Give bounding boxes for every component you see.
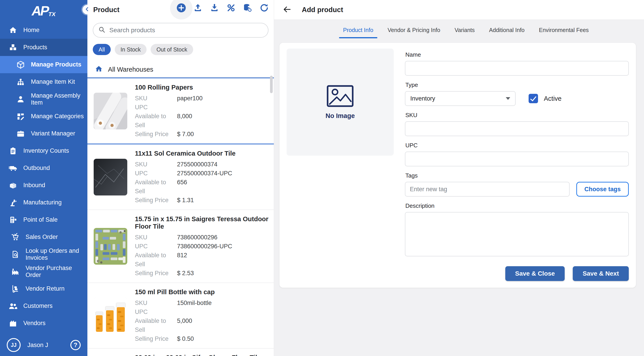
sidebar-item-label: Point of Sale <box>23 216 61 223</box>
cart-check-icon <box>11 233 20 241</box>
tag-input[interactable] <box>405 182 570 197</box>
sidebar-item-manage-products[interactable]: Manage Products <box>0 56 88 73</box>
sku-value: 738600000296 <box>177 233 217 242</box>
sync-database-button[interactable] <box>243 3 252 13</box>
sidebar-item-manufacturing[interactable]: Manufacturing <box>0 194 88 211</box>
product-card[interactable]: 100 Rolling Papers SKUpaper100 UPC Avail… <box>88 77 274 144</box>
available-value: 8,000 <box>177 112 192 130</box>
active-checkbox[interactable] <box>528 94 538 103</box>
product-card[interactable]: 11x11 Sol Ceramica Outdoor Tile SKU27550… <box>88 144 274 210</box>
sidebar-item-manage-categories[interactable]: Manage Categories <box>0 108 88 125</box>
name-label: Name <box>405 51 629 58</box>
categories-edit-icon <box>16 112 25 121</box>
download-icon <box>210 3 219 13</box>
sidebar-item-label: Manage Categories <box>31 113 87 120</box>
price-value: $ 2.53 <box>177 269 194 278</box>
sku-value: 150mil-bottle <box>177 299 212 308</box>
list-scrollbar[interactable] <box>270 76 273 93</box>
filter-in-stock[interactable]: In Stock <box>115 44 146 55</box>
tab-variants[interactable]: Variants <box>454 25 475 38</box>
upc-value: 738600000296-UPC <box>177 242 232 251</box>
description-field[interactable] <box>405 212 629 256</box>
tab-product-info[interactable]: Product Info <box>342 25 374 38</box>
no-image-label: No Image <box>326 112 355 120</box>
filter-out-of-stock[interactable]: Out of Stock <box>150 44 193 55</box>
sidebar-item-manage-item-kit[interactable]: Manage Item Kit <box>0 73 88 90</box>
export-button[interactable] <box>210 3 219 13</box>
warehouse-icon <box>8 319 18 328</box>
tab-vendor-pricing-info[interactable]: Vendor & Pricing Info <box>387 25 441 38</box>
product-thumbnail <box>94 159 127 195</box>
sidebar-item-customers[interactable]: Customers <box>0 297 88 315</box>
available-label: Available to Sell <box>135 178 177 196</box>
type-select[interactable]: Inventory <box>405 91 516 106</box>
detail-header: Add product <box>274 0 644 20</box>
sidebar-item-point-of-sale[interactable]: Point of Sale <box>0 211 88 228</box>
discount-button[interactable] <box>226 3 236 13</box>
sidebar-item-vendor-return[interactable]: Vendor Return <box>0 280 88 297</box>
back-button[interactable] <box>283 5 291 14</box>
product-name: 15.75 in x 15.75 in Saigres Teressa Outd… <box>135 215 269 230</box>
search-icon <box>98 26 105 34</box>
product-card[interactable]: 15.75 in x 15.75 in Saigres Teressa Outd… <box>88 210 274 283</box>
sidebar-item-outbound[interactable]: Outbound <box>0 159 88 177</box>
home-icon <box>8 26 18 34</box>
product-image-placeholder[interactable]: No Image <box>286 48 394 156</box>
sku-field[interactable] <box>405 121 629 136</box>
sidebar-item-vendor-purchase-order[interactable]: Vendor Purchase Order <box>0 263 88 280</box>
username-label: Jason J <box>27 342 70 349</box>
sidebar-item-label: Manage Item Kit <box>31 78 78 85</box>
sidebar-item-inventory-counts[interactable]: Inventory Counts <box>0 142 88 159</box>
save-close-button[interactable]: Save & Close <box>505 266 565 281</box>
sidebar-item-manage-assembly-item[interactable]: Manage Assembly Item <box>0 90 88 108</box>
name-field[interactable] <box>405 61 629 76</box>
app-window: AP TX Home Products Manage Products Mana… <box>0 0 644 356</box>
available-label: Available to Sell <box>135 112 177 130</box>
product-name: 23.62 in x 23.62 in Cifre Glossy Floor T… <box>135 354 261 356</box>
open-box-icon <box>8 181 18 190</box>
page-title: Add product <box>302 6 343 14</box>
product-name: 11x11 Sol Ceramica Outdoor Tile <box>135 150 236 157</box>
tab-additional-info[interactable]: Additional Info <box>489 25 525 38</box>
sidebar-item-label: Manage Assembly Item <box>31 92 88 106</box>
sidebar-item-variant-manager[interactable]: Variant Manager <box>0 125 88 142</box>
warehouse-selector[interactable]: All Warehouses <box>88 63 274 76</box>
percent-icon <box>227 3 235 13</box>
sidebar-item-vendors[interactable]: Vendors <box>0 315 88 332</box>
add-product-button[interactable] <box>176 3 186 13</box>
save-next-button[interactable]: Save & Next <box>573 266 629 281</box>
search-input[interactable] <box>109 26 262 34</box>
price-label: Selling Price <box>135 269 177 278</box>
sidebar-item-label: Outbound <box>23 165 53 171</box>
help-icon[interactable]: ? <box>70 340 81 350</box>
product-card[interactable]: 23.62 in x 23.62 in Cifre Glossy Floor T… <box>88 349 274 356</box>
refresh-button[interactable] <box>260 3 269 13</box>
choose-tags-button[interactable]: Choose tags <box>576 182 629 197</box>
sidebar-item-inbound[interactable]: Inbound <box>0 177 88 194</box>
sidebar-item-lookup-orders-invoices[interactable]: Look up Orders and Invoices <box>0 246 88 263</box>
sidebar-item-sales-order[interactable]: Sales Order <box>0 228 88 246</box>
person-icon <box>16 95 25 103</box>
filter-all[interactable]: All <box>93 44 111 55</box>
sidebar-collapse-button[interactable] <box>82 5 92 14</box>
avatar[interactable]: JJ <box>7 338 20 352</box>
sidebar-item-products[interactable]: Products <box>0 39 88 56</box>
tab-environmental-fees[interactable]: Environmental Fees <box>538 25 589 38</box>
import-button[interactable] <box>193 3 202 13</box>
tags-label: Tags <box>405 172 629 179</box>
sku-label: SKU <box>405 112 629 119</box>
stock-filters: All In Stock Out of Stock <box>93 44 268 55</box>
active-label: Active <box>544 95 562 102</box>
available-value: 656 <box>177 178 187 196</box>
sidebar-item-home[interactable]: Home <box>0 21 88 39</box>
hierarchy-icon <box>16 78 25 86</box>
drawer-icon <box>16 129 25 138</box>
upc-field[interactable] <box>405 152 629 166</box>
product-card[interactable]: 150 ml Pill Bottle with cap SKU150mil-bo… <box>88 283 274 349</box>
sidebar-item-label: Manufacturing <box>23 199 65 206</box>
available-label: Available to Sell <box>135 316 177 334</box>
sidebar-item-label: Inventory Counts <box>23 147 72 154</box>
product-thumbnail <box>94 93 127 129</box>
product-thumbnail <box>94 297 127 334</box>
sidebar-item-label: Home <box>23 27 42 33</box>
